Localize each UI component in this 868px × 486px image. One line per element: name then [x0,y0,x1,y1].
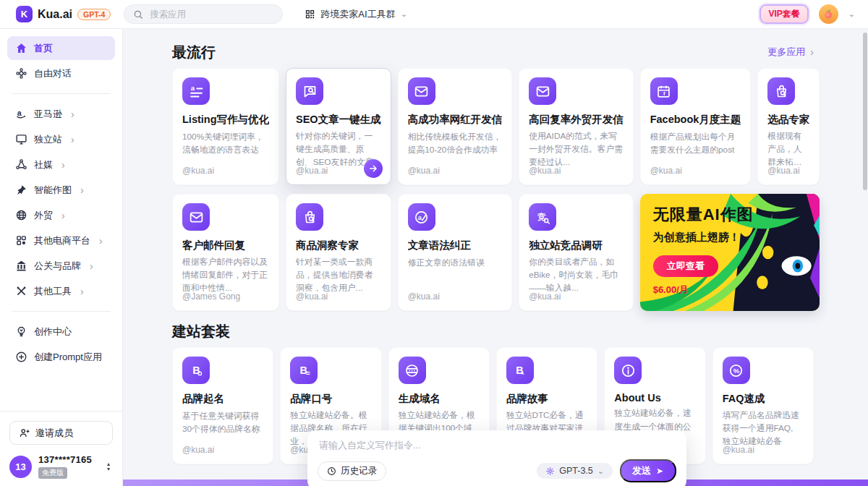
dialog-icon [15,67,27,80]
card-title: 客户邮件回复 [182,239,269,252]
account-switcher-icon[interactable]: ▴▾ [107,461,113,472]
listing-icon: a [182,77,210,105]
sidebar-item-label: 智能作图 [34,184,72,197]
card-title: 高回复率外贸开发信 [529,113,624,126]
gpt-model-icon [545,466,555,476]
card-title: 文章语法纠正 [408,239,503,252]
sidebar-item[interactable]: 创建Prompt应用 [7,345,115,369]
open-app-arrow-button[interactable] [364,159,383,178]
app-card[interactable]: 客户邮件回复根据客户邮件内容以及情绪回复邮件，对于正面和中性情...@James… [172,194,279,311]
card-desc: 你的类目或者产品，如eBike，时尚女装，毛巾——输入越... [529,255,624,292]
vip-plan-button[interactable]: VIP套餐 [760,4,808,24]
logo-text: Kua.ai [38,8,72,21]
promo-banner[interactable]: 无限量AI作图为创意插上翅膀！立即查看$6.00/月 [640,194,820,311]
popular-apps-grid: aListing写作与优化100%关键词埋词率，流畅地道的语言表达@kua.ai… [172,68,814,311]
sidebar-item-label: 公关与品牌 [34,260,81,273]
draw-icon [15,184,27,196]
grammar-icon: a [408,203,435,231]
tools-icon [15,285,27,297]
card-title: Facebook月度主题 [650,113,741,127]
card-title: 生成域名 [399,392,480,405]
sidebar-item[interactable]: 其他工具› [7,279,115,303]
card-desc: 针对某一类或一款商品，提供当地消费者洞察，包含用户... [296,255,381,292]
chevron-right-icon: › [71,135,75,145]
send-button[interactable]: 发送 [620,459,676,482]
sidebar-item[interactable]: 独立站› [7,127,115,151]
card-desc: 100%关键词埋词率，流畅地道的语言表达 [182,130,269,157]
card-title: 品牌故事 [506,392,587,405]
more-apps-link[interactable]: 更多应用 › [767,46,814,59]
invite-members-button[interactable]: 邀请成员 [9,421,113,445]
app-card[interactable]: aListing写作与优化100%关键词埋词率，流畅地道的语言表达@kua.ai [172,68,279,185]
card-title: FAQ速成 [723,392,804,405]
sidebar-item-label: 创作中心 [34,325,72,338]
sidebar-category-nav: a亚马逊›独立站›社媒›智能作图›外贸›其他电商平台›公关与品牌›其他工具› [0,101,122,304]
sidebar-item[interactable]: 社媒› [7,153,115,176]
card-author: @kua.ai [182,445,263,455]
sidebar-primary-nav: 首页自由对话 [0,29,122,87]
brand-icon [15,260,27,272]
calendar-f-icon: f [650,77,678,105]
custom-prompt-input[interactable] [318,438,676,459]
history-button[interactable]: 历史记录 [318,461,386,481]
sidebar-item[interactable]: a亚马逊› [7,102,115,126]
sidebar-item[interactable]: 智能作图› [7,178,115,202]
card-author: @kua.ai [529,291,624,302]
social-icon [15,158,27,171]
chevron-right-icon: › [71,109,75,119]
mail-icon [408,77,435,105]
app-card[interactable]: fFacebook月度主题根据产品规划出每个月需要发什么主题的post@kua.… [640,68,752,185]
user-initials-avatar[interactable]: 13 [9,456,32,478]
sidebar-item-label: 亚马逊 [34,108,62,121]
card-desc: 修正文章的语法错误 [408,256,503,269]
svg-text:B: B [516,364,524,376]
app-card[interactable]: 竞独立站竞品调研你的类目或者产品，如eBike，时尚女装，毛巾——输入越...@… [519,194,634,311]
sidebar-item[interactable]: 外贸› [7,203,115,227]
sidebar-item-label: 其他工具 [34,285,72,298]
card-title: SEO文章一键生成 [296,113,381,126]
svg-text:a: a [17,108,22,117]
card-title: 品牌起名 [182,392,263,406]
sidebar-item[interactable]: 首页 [7,36,115,60]
card-author: @kua.ai [408,166,503,176]
sidebar-item[interactable]: 公关与品牌› [7,254,115,278]
search-input[interactable] [148,9,273,20]
card-desc: 使用AIDA的范式，来写一封外贸开发信。客户需要经过认... [529,129,624,166]
promo-cta-button[interactable]: 立即查看 [653,255,718,277]
bag-search-icon [296,203,323,231]
user-avatar[interactable] [819,4,838,24]
account-chevron-down-icon[interactable]: ⌄ [848,9,855,19]
card-author: @kua.ai [767,166,809,176]
sidebar: 首页自由对话 a亚马逊›独立站›社媒›智能作图›外贸›其他电商平台›公关与品牌›… [0,29,123,486]
app-card[interactable]: 高回复率外贸开发信使用AIDA的范式，来写一封外贸开发信。客户需要经过认...@… [519,68,634,185]
user-account-row[interactable]: 13 137****7165 免费版 ▴▾ [9,454,113,479]
card-title: Listing写作与优化 [182,113,269,127]
app-card[interactable]: 高成功率网红开发信相比传统模板化开发信，提高10-20倍合作成功率@kua.ai [398,68,513,185]
app-card[interactable]: 商品洞察专家针对某一类或一款商品，提供当地消费者洞察，包含用户...@kua.a… [286,194,391,311]
app-card[interactable]: a文章语法纠正修正文章的语法错误@kua.ai [398,194,513,311]
chevron-right-icon: › [99,236,103,246]
app-card[interactable]: SEO文章一键生成针对你的关键词，一键生成高质量、原创、SEO友好的文章@kua… [286,68,391,185]
sidebar-item[interactable]: 其他电商平台› [7,229,115,252]
logo[interactable]: K Kua.ai GPT-4 [0,6,111,22]
card-author: @kua.ai [296,291,381,302]
sidebar-item[interactable]: 自由对话 [7,61,115,85]
app-card[interactable]: B品牌起名基于任意关键词获得30个得体的品牌名称@kua.ai [172,347,273,464]
app-card[interactable]: %FAQ速成填写产品名品牌迅速获得一个通用FAQ, 独立站建站必备@kua.ai [712,347,814,464]
card-desc: 基于任意关键词获得30个得体的品牌名称 [182,409,263,436]
section-header-popular: 最流行 更多应用 › [172,42,814,62]
sidebar-item-label: 独立站 [34,133,62,146]
invite-label: 邀请成员 [35,427,73,440]
story-b-icon: B [506,357,534,384]
sidebar-item[interactable]: 创作中心 [7,320,115,344]
card-title: 独立站竞品调研 [529,239,624,252]
app-card[interactable]: 选品专家根据现有产品，人群来拓品。以小众品类为主。@kua.ai [757,68,820,185]
seller-group-menu[interactable]: 跨境卖家AI工具群 ⌄ [305,8,407,21]
model-label: GPT-3.5 [559,466,593,476]
card-author: @kua.ai [529,166,624,176]
scrollbar[interactable] [863,33,867,190]
search-bar[interactable] [124,4,283,24]
promo-subtitle: 为创意插上翅膀！ [653,231,820,244]
faq-icon: % [723,357,750,384]
model-selector[interactable]: GPT-3.5 ⌄ [537,463,613,479]
